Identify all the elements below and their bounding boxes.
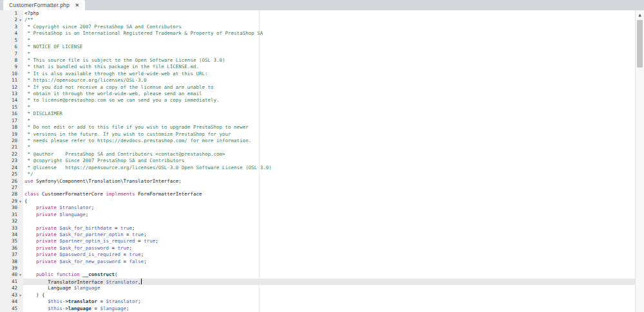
- code-line[interactable]: public function __construct(: [23, 271, 644, 278]
- token-op: ->: [62, 306, 68, 311]
- code-line[interactable]: [23, 265, 644, 271]
- line-number: 15: [0, 104, 23, 111]
- code-line[interactable]: private $translator;: [23, 205, 644, 211]
- close-icon[interactable]: ×: [75, 2, 79, 8]
- token-cm: * obtain it through the world-wide-web, …: [24, 91, 202, 96]
- token-vr: $translator: [106, 298, 138, 304]
- code-line[interactable]: {: [23, 198, 644, 205]
- line-number: 37: [0, 252, 23, 258]
- code-editor[interactable]: 12▼3456789101112131415161718192021222324…: [0, 10, 644, 312]
- code-line[interactable]: private $partner_optin_is_required = tru…: [23, 238, 644, 244]
- line-number: 19: [0, 131, 23, 138]
- token-pl: [24, 252, 36, 257]
- code-line[interactable]: /**: [23, 17, 644, 23]
- code-line[interactable]: private $password_is_required = true;: [23, 252, 644, 258]
- code-line[interactable]: * @license https://opensource.org/licens…: [23, 165, 644, 171]
- token-ct: true: [144, 238, 155, 244]
- line-number: 25: [0, 171, 23, 178]
- token-cm: * versions in the future. If you wish to…: [24, 131, 231, 137]
- code-line[interactable]: ) {: [23, 292, 644, 298]
- code-line[interactable]: * Copyright since 2007 PrestaShop SA and…: [23, 24, 644, 30]
- token-ct: true: [132, 232, 144, 237]
- line-number-label: 33: [0, 225, 17, 232]
- token-vr: $translator: [106, 279, 138, 284]
- code-line[interactable]: private $ask_for_birthdate = true;: [23, 225, 644, 232]
- line-number: 11: [0, 77, 23, 84]
- token-kw: use: [24, 178, 33, 184]
- line-number-label: 22: [0, 151, 17, 158]
- tab-customerformatter-php[interactable]: CustomerFormatter.php ×: [3, 0, 85, 10]
- code-line[interactable]: * @copyright Since 2007 PrestaShop SA an…: [23, 158, 644, 164]
- code-line-active[interactable]: TranslatorInterface $translator,: [23, 279, 644, 285]
- token-cm: * DISCLAIMER: [24, 111, 62, 116]
- token-vr: $this: [48, 298, 62, 304]
- code-line[interactable]: * to license@prestashop.com so we can se…: [23, 97, 644, 104]
- code-line[interactable]: * PrestaShop is an International Registe…: [23, 30, 644, 37]
- token-pl: [24, 298, 48, 304]
- line-number: 13: [0, 91, 23, 97]
- token-pl: {: [24, 198, 28, 204]
- code-line[interactable]: *: [23, 144, 644, 151]
- line-number: 9: [0, 64, 23, 70]
- code-line[interactable]: $this->language = $language;: [23, 306, 644, 312]
- code-line[interactable]: use Symfony\Component\Translation\Transl…: [23, 178, 644, 185]
- code-line[interactable]: * versions in the future. If you wish to…: [23, 131, 644, 138]
- token-vr: $language: [100, 306, 126, 311]
- code-line[interactable]: * NOTICE OF LICENSE: [23, 44, 644, 50]
- code-line[interactable]: * This source file is subject to the Ope…: [23, 57, 644, 64]
- fold-arrow-icon[interactable]: ▼: [17, 291, 23, 298]
- fold-arrow-icon[interactable]: ▼: [17, 17, 23, 23]
- code-line[interactable]: * If you did not receive a copy of the l…: [23, 84, 644, 91]
- token-cm: * @author PrestaShop SA and Contributors…: [24, 151, 225, 157]
- code-line[interactable]: * https://opensource.org/licenses/OSL-3.…: [23, 77, 644, 84]
- code-line[interactable]: */: [23, 171, 644, 178]
- fold-arrow-icon[interactable]: ▼: [17, 197, 23, 204]
- line-number-label: 5: [0, 37, 17, 44]
- code-line[interactable]: [23, 218, 644, 225]
- code-line[interactable]: * Do not edit or add to this file if you…: [23, 124, 644, 131]
- line-number: 5: [0, 37, 23, 44]
- code-line[interactable]: [23, 185, 644, 191]
- line-number: 4: [0, 30, 23, 37]
- token-kw: class: [24, 191, 39, 197]
- line-number: 42: [0, 285, 23, 291]
- token-cm: * @copyright Since 2007 PrestaShop SA an…: [24, 158, 184, 163]
- token-pl: =: [124, 232, 133, 237]
- code-line[interactable]: Language $language: [23, 285, 644, 291]
- code-line[interactable]: private $ask_for_password = true;: [23, 245, 644, 252]
- code-line[interactable]: $this->translator = $translator;: [23, 298, 644, 305]
- token-pl: ;: [155, 238, 158, 244]
- token-kw: private: [36, 245, 57, 251]
- line-number: 36: [0, 245, 23, 252]
- token-cm: * This source file is subject to the Ope…: [24, 57, 225, 63]
- line-number-label: 36: [0, 245, 17, 252]
- line-number: 43▼: [0, 292, 23, 298]
- token-kw: private: [36, 238, 57, 244]
- code-line[interactable]: * DISCLAIMER: [23, 111, 644, 117]
- code-line[interactable]: * needs please refer to https://devdocs.…: [23, 138, 644, 144]
- code-line[interactable]: private $ask_for_partner_optin = true;: [23, 232, 644, 238]
- tab-bar: CustomerFormatter.php ×: [0, 0, 644, 10]
- code-line[interactable]: *: [23, 118, 644, 124]
- code-line[interactable]: *: [23, 37, 644, 44]
- code-line[interactable]: *: [23, 51, 644, 57]
- code-line[interactable]: class CustomerFormatterCore implements F…: [23, 191, 644, 197]
- line-number-label: 28: [0, 191, 17, 197]
- code-content[interactable]: <?php/** * Copyright since 2007 PrestaSh…: [23, 10, 644, 312]
- vertical-scrollbar[interactable]: ▲: [635, 10, 644, 312]
- code-line[interactable]: private $ask_for_new_password = false;: [23, 259, 644, 265]
- fold-arrow-icon[interactable]: ▼: [17, 271, 23, 278]
- code-line[interactable]: *: [23, 104, 644, 111]
- code-line[interactable]: * It is also available through the world…: [23, 71, 644, 77]
- line-number-label: 25: [0, 171, 17, 178]
- code-line[interactable]: * @author PrestaShop SA and Contributors…: [23, 151, 644, 158]
- code-line[interactable]: <?php: [23, 10, 644, 17]
- code-line[interactable]: private $language;: [23, 212, 644, 218]
- tab-title: CustomerFormatter.php: [9, 2, 70, 8]
- scrollbar-up-arrow-icon[interactable]: ▲: [636, 10, 644, 19]
- token-pl: ;: [144, 232, 147, 237]
- token-pl: =: [111, 225, 120, 231]
- scrollbar-thumb[interactable]: [637, 20, 643, 68]
- code-line[interactable]: * that is bundled with this package in t…: [23, 64, 644, 70]
- code-line[interactable]: * obtain it through the world-wide-web, …: [23, 91, 644, 97]
